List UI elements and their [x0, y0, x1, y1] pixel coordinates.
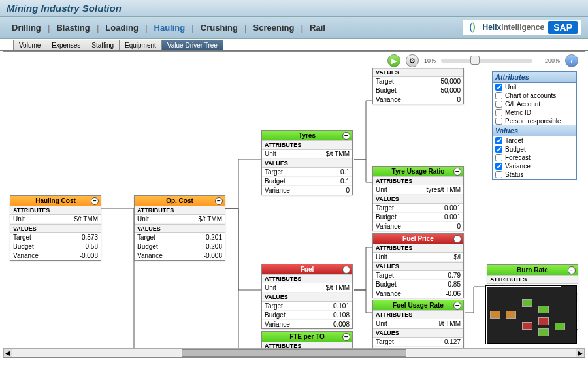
minimap[interactable]	[485, 285, 577, 344]
sub-tabs: Volume Expenses Staffing Equipment Value…	[0, 39, 588, 51]
collapse-icon[interactable]: −	[91, 197, 99, 205]
nav-screening[interactable]: Screening	[248, 23, 300, 33]
chk-variance[interactable]: Variance	[493, 162, 576, 170]
chk-metric-id[interactable]: Metric ID	[493, 108, 576, 117]
node-title: Op. Cost	[166, 197, 193, 204]
node-title: Fuel Usage Rate	[393, 302, 444, 309]
tab-equipment[interactable]: Equipment	[119, 40, 162, 50]
chk-unit[interactable]: Unit	[493, 83, 576, 91]
zoom-handle[interactable]	[470, 56, 480, 65]
node-title: Tyre Usage Ratio	[392, 168, 445, 175]
nav-drilling[interactable]: Drilling	[7, 23, 46, 33]
chk-budget[interactable]: Budget	[493, 145, 576, 153]
chk-chart-of-accounts[interactable]: Chart of accounts	[493, 91, 576, 100]
node-title: FTE per TO	[289, 333, 325, 340]
collapse-icon[interactable]: −	[568, 266, 576, 274]
nav-rail[interactable]: Rail	[304, 23, 331, 33]
tab-expenses[interactable]: Expenses	[46, 40, 86, 50]
refresh-icon[interactable]: ▶	[387, 54, 400, 67]
panel-header-values: Values	[493, 125, 576, 136]
tab-volume[interactable]: Volume	[13, 40, 46, 50]
node-title: Tyres	[299, 132, 316, 139]
node-hauling-cost[interactable]: Hauling Cost− ATTRIBUTES Unit$/t TMM VAL…	[10, 195, 101, 261]
node-tyres[interactable]: Tyres− ATTRIBUTES Unit$/t TMM VALUES Tar…	[261, 130, 353, 195]
node-title: Fuel Price	[402, 235, 434, 242]
brand-block: HelixIntelligence SAP	[463, 20, 581, 35]
collapse-icon[interactable]: −	[342, 132, 350, 140]
app-title: Mining Industry Solution	[0, 0, 588, 17]
canvas[interactable]: ▶ ⚙ 10% 100% 200% i Hauling Cost− ATTRIB…	[3, 51, 585, 358]
node-fuel[interactable]: Fuel− ATTRIBUTES Unit$/t TMM VALUES Targ…	[261, 264, 353, 329]
main-nav: Drilling| Blasting| Loading| Hauling| Cr…	[0, 17, 588, 39]
tab-value-driver-tree[interactable]: Value Driver Tree	[161, 40, 223, 50]
zoom-min-label: 10%	[424, 57, 436, 64]
node-fuel-price[interactable]: Fuel Price− ATTRIBUTES Unit$/l VALUES Ta…	[372, 233, 464, 298]
h-scrollbar[interactable]: ◀ ▶	[3, 348, 585, 357]
node-op-cost[interactable]: Op. Cost− ATTRIBUTES Unit$/t TMM VALUES …	[134, 195, 225, 261]
sap-logo: SAP	[548, 21, 578, 34]
node-values-only[interactable]: VALUES Target50,000 Budget50,000 Varianc…	[372, 68, 464, 104]
chk-status[interactable]: Status	[493, 170, 576, 179]
collapse-icon[interactable]: −	[342, 333, 350, 341]
zoom-max-label: 200%	[545, 57, 560, 64]
nav-blasting[interactable]: Blasting	[51, 23, 95, 33]
node-tyre-usage-ratio[interactable]: Tyre Usage Ratio− ATTRIBUTES Unittyres/t…	[372, 166, 464, 231]
node-title: Fuel	[301, 266, 314, 273]
h-scroll-thumb[interactable]	[182, 349, 407, 357]
globe-icon[interactable]: ⚙	[406, 54, 419, 67]
collapse-icon[interactable]: −	[342, 266, 350, 274]
nav-crushing[interactable]: Crushing	[195, 23, 243, 33]
collapse-icon[interactable]: −	[453, 302, 461, 310]
nav-hauling[interactable]: Hauling	[149, 23, 191, 33]
panel-header-attributes: Attributes	[493, 72, 576, 83]
scroll-right-icon[interactable]: ▶	[576, 349, 585, 357]
zoom-slider[interactable]	[441, 59, 532, 63]
node-title: Burn Rate	[517, 266, 548, 274]
filter-panel: Attributes Unit Chart of accounts G/L Ac…	[492, 71, 577, 180]
info-icon[interactable]: i	[565, 54, 578, 67]
tab-staffing[interactable]: Staffing	[86, 40, 120, 50]
chk-target[interactable]: Target	[493, 136, 576, 145]
collapse-icon[interactable]: −	[453, 235, 461, 243]
chk-person-responsible[interactable]: Person responsible	[493, 117, 576, 125]
scroll-left-icon[interactable]: ◀	[3, 349, 12, 357]
node-title: Hauling Cost	[35, 197, 76, 204]
collapse-icon[interactable]: −	[215, 197, 223, 205]
canvas-toolbar: ▶ ⚙ 10% 100% 200% i	[387, 54, 578, 67]
chk-gl-account[interactable]: G/L Account	[493, 100, 576, 108]
collapse-icon[interactable]: −	[453, 168, 461, 176]
helix-logo-icon	[466, 22, 478, 33]
nav-loading[interactable]: Loading	[100, 23, 144, 33]
chk-forecast[interactable]: Forecast	[493, 153, 576, 162]
